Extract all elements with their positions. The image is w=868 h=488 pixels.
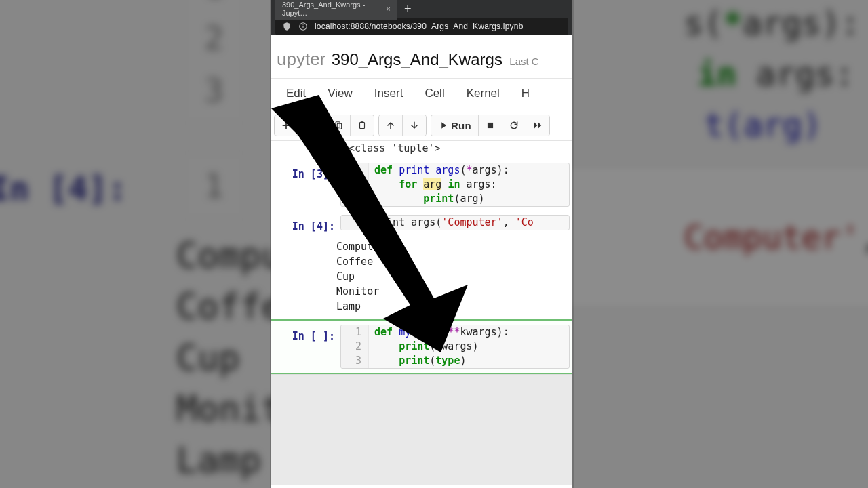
- svg-rect-1: [302, 26, 303, 28]
- code-line[interactable]: print_args('Computer', 'Co: [369, 216, 534, 230]
- cell-prompt: In [3]:: [273, 163, 340, 180]
- fast-forward-icon: [533, 121, 542, 130]
- copy-button[interactable]: [326, 115, 350, 136]
- restart-icon: [509, 121, 519, 130]
- paste-icon: [357, 121, 367, 130]
- svg-rect-6: [337, 123, 341, 129]
- svg-rect-8: [361, 121, 363, 123]
- code-cell[interactable]: In [4]:1print_args('Computer', 'Co: [271, 211, 572, 237]
- code-cell[interactable]: In [ ]:1def my_func(**kwargs):2 print(kw…: [271, 319, 572, 374]
- cell-output: ComputerCoffeeCupMonitorLamp: [271, 237, 572, 319]
- stop-icon: [486, 121, 495, 130]
- menu-kernel[interactable]: Kernel: [467, 87, 500, 100]
- move-down-button[interactable]: [402, 115, 426, 136]
- info-icon: [298, 22, 308, 31]
- run-button[interactable]: Run: [431, 115, 478, 136]
- notebook-header: upyter 390_Args_And_Kwargs Last C: [271, 38, 572, 79]
- tab-bar: 390_Args_And_Kwargs - Jupyt… × +: [271, 0, 572, 18]
- line-number: 3: [341, 354, 369, 368]
- browser-tab[interactable]: 390_Args_And_Kwargs - Jupyt… ×: [275, 0, 397, 20]
- notebook-title[interactable]: 390_Args_And_Kwargs: [332, 50, 502, 68]
- insert-cell-below-button[interactable]: [274, 115, 298, 136]
- cut-button[interactable]: [303, 115, 326, 136]
- restart-button[interactable]: [502, 115, 526, 136]
- menu-help[interactable]: H: [521, 87, 530, 100]
- last-checkpoint: Last C: [509, 56, 538, 67]
- scissors-icon: [310, 121, 319, 130]
- app-window: 390_Args_And_Kwargs - Jupyt… × + localho…: [271, 0, 572, 488]
- restart-run-all-button[interactable]: [526, 115, 549, 136]
- line-number: 1: [341, 216, 369, 230]
- svg-rect-2: [302, 24, 303, 25]
- menu-bar: Edit View Insert Cell Kernel H: [271, 79, 572, 110]
- interrupt-button[interactable]: [478, 115, 502, 136]
- menu-cell[interactable]: Cell: [425, 87, 444, 100]
- browser-chrome: 390_Args_And_Kwargs - Jupyt… × + localho…: [271, 0, 572, 35]
- line-number: 1: [341, 325, 369, 340]
- svg-rect-5: [336, 122, 340, 127]
- copy-icon: [334, 121, 343, 130]
- cell-prompt: In [ ]:: [273, 325, 340, 342]
- empty-area[interactable]: [271, 374, 572, 485]
- address-bar[interactable]: localhost:8888/notebooks/390_Args_And_Kw…: [275, 18, 568, 35]
- menu-view[interactable]: View: [328, 87, 353, 100]
- code-input[interactable]: 1print_args('Computer', 'Co: [340, 215, 570, 230]
- code-line[interactable]: for arg in args:: [369, 178, 497, 192]
- close-tab-icon[interactable]: ×: [387, 5, 391, 13]
- code-input[interactable]: 1def my_func(**kwargs):2 print(kwargs)3 …: [340, 325, 570, 369]
- line-number: 2: [341, 340, 369, 354]
- url-text: localhost:8888/notebooks/390_Args_And_Kw…: [315, 22, 524, 31]
- svg-rect-9: [488, 123, 493, 128]
- tab-title: 390_Args_And_Kwargs - Jupyt…: [282, 1, 381, 17]
- code-line[interactable]: print(kwargs): [369, 340, 479, 354]
- paste-button[interactable]: [350, 115, 374, 136]
- jupyter-brand: upyter: [277, 49, 326, 69]
- code-cell[interactable]: In [3]:1def print_args(*args):2 for arg …: [271, 159, 572, 211]
- code-line[interactable]: def print_args(*args):: [369, 163, 509, 178]
- toolbar: Run: [271, 110, 572, 141]
- move-up-button[interactable]: [379, 115, 402, 136]
- code-line[interactable]: print(arg): [369, 192, 485, 206]
- menu-edit[interactable]: Edit: [286, 87, 306, 100]
- line-number: 3: [341, 192, 369, 206]
- arrow-down-icon: [410, 121, 419, 130]
- arrow-up-icon: [386, 121, 395, 130]
- code-line[interactable]: print(type): [369, 354, 466, 368]
- cell-prompt: In [4]:: [273, 215, 340, 232]
- line-number: 1: [341, 163, 369, 178]
- svg-rect-7: [360, 122, 365, 128]
- shield-icon: [282, 22, 292, 31]
- code-input[interactable]: 1def print_args(*args):2 for arg in args…: [340, 163, 570, 207]
- code-line[interactable]: def my_func(**kwargs):: [369, 325, 509, 340]
- prev-output-truncated: <class 'tuple'>: [271, 141, 572, 159]
- plus-icon: [281, 121, 291, 130]
- run-icon: [438, 121, 448, 130]
- line-number: 2: [341, 178, 369, 192]
- menu-insert[interactable]: Insert: [374, 87, 403, 100]
- notebook-body[interactable]: <class 'tuple'> In [3]:1def print_args(*…: [271, 141, 572, 485]
